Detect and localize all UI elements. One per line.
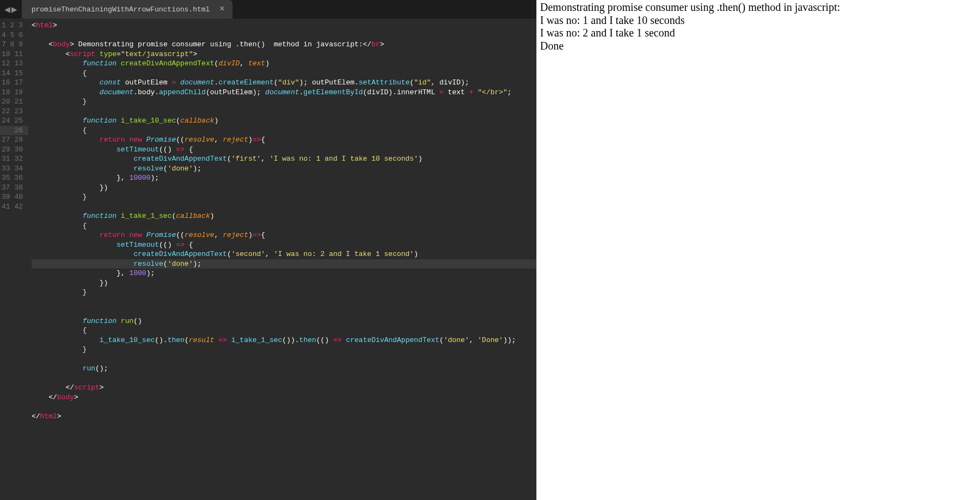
output-line: I was no: 2 and I take 1 second bbox=[540, 27, 977, 40]
editor-pane: ◀ ▶ promiseThenChainingWithArrowFunction… bbox=[0, 0, 536, 500]
output-line: I was no: 1 and I take 10 seconds bbox=[540, 14, 977, 27]
output-line: Demonstrating promise consumer using .th… bbox=[540, 1, 977, 14]
browser-output-pane: Demonstrating promise consumer using .th… bbox=[536, 0, 980, 500]
tab-nav-arrows: ◀ ▶ bbox=[0, 0, 22, 19]
tab-nav-left-icon[interactable]: ◀ bbox=[4, 3, 10, 15]
output-line: Done bbox=[540, 40, 977, 53]
file-tab-title: promiseThenChainingWithArrowFunctions.ht… bbox=[32, 5, 210, 14]
line-number-gutter: 1 2 3 4 5 6 7 8 9 10 11 12 13 14 15 16 1… bbox=[0, 19, 28, 500]
close-icon[interactable]: × bbox=[219, 5, 225, 14]
code-content[interactable]: <html> <body> Demonstrating promise cons… bbox=[28, 19, 536, 500]
tab-nav-right-icon[interactable]: ▶ bbox=[11, 3, 17, 15]
file-tab[interactable]: promiseThenChainingWithArrowFunctions.ht… bbox=[22, 0, 232, 19]
code-area[interactable]: 1 2 3 4 5 6 7 8 9 10 11 12 13 14 15 16 1… bbox=[0, 19, 536, 500]
tab-bar: ◀ ▶ promiseThenChainingWithArrowFunction… bbox=[0, 0, 536, 19]
